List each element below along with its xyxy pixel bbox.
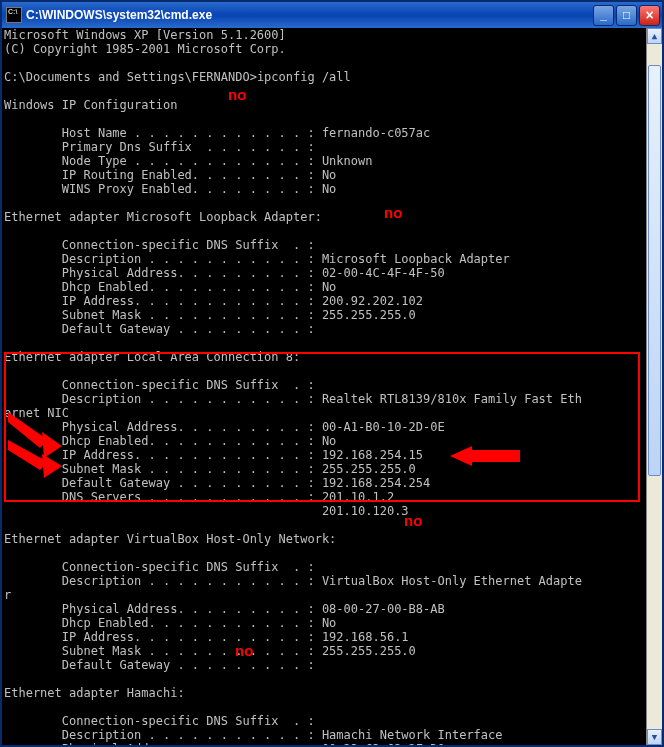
banner-line: (C) Copyright 1985-2001 Microsoft Corp. — [4, 42, 286, 56]
output-line: Description . . . . . . . . . . . : Real… — [4, 392, 582, 406]
output-line: IP Address. . . . . . . . . . . . : 192.… — [4, 630, 409, 644]
output-line: Connection-specific DNS Suffix . : — [4, 714, 315, 728]
output-line: Subnet Mask . . . . . . . . . . . : 255.… — [4, 308, 416, 322]
banner-line: Microsoft Windows XP [Version 5.1.2600] — [4, 28, 286, 42]
close-button[interactable]: × — [639, 5, 660, 26]
output-line: Default Gateway . . . . . . . . . : — [4, 658, 315, 672]
output-line: Connection-specific DNS Suffix . : — [4, 378, 315, 392]
adapter-header: Ethernet adapter Hamachi: — [4, 686, 185, 700]
window-title: C:\WINDOWS\system32\cmd.exe — [26, 8, 591, 22]
output-line: Description . . . . . . . . . . . : Virt… — [4, 574, 582, 588]
maximize-button[interactable]: □ — [616, 5, 637, 26]
svg-marker-4 — [468, 450, 520, 462]
output-line: Description . . . . . . . . . . . : Hama… — [4, 728, 503, 742]
adapter-header: Ethernet adapter Microsoft Loopback Adap… — [4, 210, 322, 224]
output-line: Physical Address. . . . . . . . . : 00-2… — [4, 742, 445, 745]
section-header: Windows IP Configuration — [4, 98, 177, 112]
output-line: Connection-specific DNS Suffix . : — [4, 238, 315, 252]
vertical-scrollbar[interactable]: ▲ ▼ — [646, 28, 662, 745]
window-titlebar: C:\ C:\WINDOWS\system32\cmd.exe _ □ × — [2, 2, 662, 28]
output-line: IP Address. . . . . . . . . . . . : 200.… — [4, 294, 423, 308]
command-text: ipconfig /all — [257, 70, 351, 84]
output-line: Subnet Mask . . . . . . . . . . . : 255.… — [4, 644, 416, 658]
scroll-up-button[interactable]: ▲ — [647, 28, 662, 44]
scrollbar-thumb[interactable] — [648, 65, 661, 476]
cmd-icon: C:\ — [6, 7, 22, 23]
arrow-right-icon — [450, 446, 520, 470]
svg-marker-5 — [450, 446, 472, 466]
output-line: Dhcp Enabled. . . . . . . . . . . : No — [4, 434, 336, 448]
annotation-no-2: no — [384, 206, 402, 220]
output-line: Default Gateway . . . . . . . . . : — [4, 322, 315, 336]
output-line: Subnet Mask . . . . . . . . . . . : 255.… — [4, 462, 416, 476]
prompt: C:\Documents and Settings\FERNANDO> — [4, 70, 257, 84]
output-line: Connection-specific DNS Suffix . : — [4, 560, 315, 574]
terminal-output: Microsoft Windows XP [Version 5.1.2600] … — [2, 28, 662, 745]
annotation-no-1: no — [228, 88, 246, 102]
output-line: Node Type . . . . . . . . . . . . : Unkn… — [4, 154, 372, 168]
adapter-header: Ethernet adapter VirtualBox Host-Only Ne… — [4, 532, 336, 546]
output-line: Description . . . . . . . . . . . : Micr… — [4, 252, 510, 266]
output-line: Physical Address. . . . . . . . . : 00-A… — [4, 420, 445, 434]
output-line: DNS Servers . . . . . . . . . . . : 201.… — [4, 490, 394, 504]
adapter-header: Ethernet adapter Local Area Connection 8… — [4, 350, 300, 364]
output-line: WINS Proxy Enabled. . . . . . . . : No — [4, 182, 336, 196]
output-line: IP Address. . . . . . . . . . . . : 192.… — [4, 448, 423, 462]
minimize-button[interactable]: _ — [593, 5, 614, 26]
output-line: Dhcp Enabled. . . . . . . . . . . : No — [4, 280, 336, 294]
output-line: Physical Address. . . . . . . . . : 08-0… — [4, 602, 445, 616]
output-line: Host Name . . . . . . . . . . . . : fern… — [4, 126, 430, 140]
output-line: Default Gateway . . . . . . . . . : 192.… — [4, 476, 430, 490]
output-line: r — [4, 588, 11, 602]
output-line: Physical Address. . . . . . . . . : 02-0… — [4, 266, 445, 280]
scrollbar-track[interactable] — [647, 44, 662, 729]
output-line: ernet NIC — [4, 406, 69, 420]
output-line: Primary Dns Suffix . . . . . . . : — [4, 140, 315, 154]
output-line: IP Routing Enabled. . . . . . . . : No — [4, 168, 336, 182]
output-line: Dhcp Enabled. . . . . . . . . . . : No — [4, 616, 336, 630]
scroll-down-button[interactable]: ▼ — [647, 729, 662, 745]
output-line: 201.10.120.3 — [4, 504, 409, 518]
